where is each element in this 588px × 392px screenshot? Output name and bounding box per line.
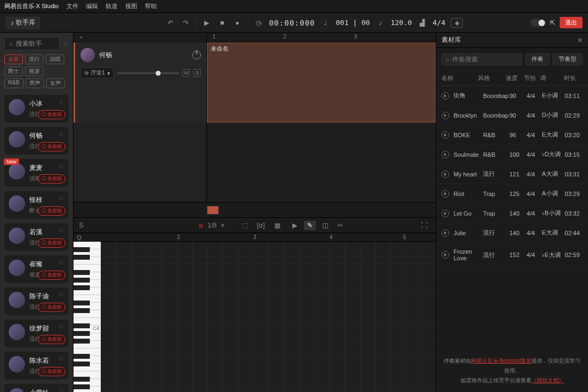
exit-button[interactable]: 退出 bbox=[560, 17, 583, 28]
preview-play-icon[interactable] bbox=[442, 92, 449, 100]
piano-black-key[interactable] bbox=[74, 278, 90, 283]
star-icon[interactable]: ☆ bbox=[58, 130, 64, 138]
record-icon[interactable]: ● bbox=[232, 18, 242, 28]
star-icon[interactable]: ☆ bbox=[58, 323, 64, 330]
preview-play-icon[interactable] bbox=[442, 251, 449, 259]
filter-tag[interactable]: R&B bbox=[4, 78, 23, 88]
library-row[interactable]: SoulmateR&B1004/4♭D大调03:15 bbox=[436, 145, 588, 164]
snap-chevron-icon[interactable]: ▾ bbox=[221, 222, 224, 229]
export-icon[interactable]: ⇱ bbox=[550, 19, 555, 27]
singer-card[interactable]: 崔璨摇滚 | 烟嗓☆ⓘ 免授权 bbox=[4, 255, 69, 283]
piano-black-key[interactable] bbox=[74, 331, 90, 336]
filter-tag[interactable]: 全部 bbox=[4, 54, 23, 64]
preview-play-icon[interactable] bbox=[442, 151, 449, 158]
magnet-icon[interactable]: ⧈ bbox=[199, 222, 203, 229]
minimap-clip[interactable] bbox=[207, 206, 219, 215]
library-search[interactable]: ⌕ 伴奏搜索 bbox=[442, 53, 522, 65]
singer-card[interactable]: 陈子渝流行 | 温暖☆ⓘ 免授权 bbox=[4, 287, 69, 315]
star-icon[interactable]: ☆ bbox=[58, 98, 64, 106]
expand-icon[interactable]: ⛶ bbox=[418, 220, 430, 230]
star-icon[interactable]: ☆ bbox=[58, 355, 64, 363]
minimap[interactable] bbox=[74, 202, 436, 217]
star-icon[interactable]: ☆ bbox=[58, 226, 64, 234]
preview-play-icon[interactable] bbox=[442, 210, 449, 217]
toggle-switch[interactable] bbox=[530, 19, 546, 27]
piano-black-key[interactable] bbox=[74, 285, 90, 290]
redo-icon[interactable]: ↷ bbox=[181, 18, 191, 28]
piano-keyboard[interactable]: Q C4 bbox=[74, 233, 101, 392]
piano-black-key[interactable] bbox=[74, 323, 90, 328]
erase-tool-icon[interactable]: ◫ bbox=[319, 220, 331, 230]
tool-select-icon[interactable]: ⬚ bbox=[238, 220, 250, 230]
filter-tag[interactable]: 女声 bbox=[46, 78, 65, 88]
tab-rhythm[interactable]: 节奏型 bbox=[553, 53, 583, 65]
preview-play-icon[interactable] bbox=[442, 170, 449, 178]
star-icon[interactable]: ☆ bbox=[58, 291, 64, 298]
track-lane[interactable]: 未命名 bbox=[207, 42, 436, 122]
preset-select[interactable]: ⟳ 厅堂1 ▾ bbox=[81, 68, 114, 78]
piano-black-key[interactable] bbox=[74, 270, 90, 275]
piano-black-key[interactable] bbox=[74, 377, 90, 382]
piano-black-key[interactable] bbox=[74, 301, 90, 305]
piano-black-key[interactable] bbox=[74, 384, 90, 389]
singer-card[interactable]: 徐梦甜流行 | 抒情☆ⓘ 免授权 bbox=[4, 320, 69, 347]
library-row[interactable]: BrooklynBoombap904/4D小调02:29 bbox=[436, 106, 588, 125]
star-icon[interactable]: ☆ bbox=[58, 194, 64, 202]
solo-button[interactable]: S bbox=[193, 69, 201, 77]
tab-accompaniment[interactable]: 伴奏 bbox=[525, 53, 549, 65]
volume-slider[interactable] bbox=[117, 72, 179, 74]
license-doc-link[interactable]: 《授权文档》 bbox=[531, 377, 564, 383]
library-row[interactable]: BOKER&B964/4E大调03:20 bbox=[436, 125, 588, 145]
singer-library-button[interactable]: ♪ 歌手库 bbox=[5, 17, 40, 29]
star-filter-icon[interactable]: ☆ bbox=[63, 40, 69, 47]
library-row[interactable]: Let GoTrap1404/4♭B小调03:32 bbox=[436, 204, 588, 223]
stop-icon[interactable]: ■ bbox=[217, 18, 227, 28]
singer-card[interactable]: 怪枝爵士 | 磁性☆ⓘ 免授权 bbox=[4, 191, 69, 219]
piano-black-key[interactable] bbox=[74, 354, 90, 359]
mute-button[interactable]: M bbox=[182, 69, 190, 77]
menu-help[interactable]: 帮助 bbox=[145, 2, 157, 10]
filter-tag[interactable]: 爵士 bbox=[4, 66, 23, 76]
play-tool-icon[interactable]: ▶ bbox=[289, 220, 301, 230]
play-icon[interactable]: ▶ bbox=[202, 18, 212, 28]
library-row[interactable]: Julie流行1404/4E大调02:44 bbox=[436, 223, 588, 243]
piano-black-key[interactable] bbox=[74, 255, 90, 260]
piano-black-key[interactable] bbox=[74, 362, 90, 366]
piano-black-key[interactable] bbox=[74, 308, 90, 313]
time-signature[interactable]: 4/4 bbox=[433, 19, 445, 27]
menu-edit[interactable]: 编辑 bbox=[86, 2, 98, 10]
preview-play-icon[interactable] bbox=[442, 229, 449, 237]
grid-ruler[interactable]: 2 3 4 5 bbox=[101, 233, 436, 242]
bars-beats[interactable]: 001 | 00 bbox=[336, 19, 370, 27]
piano-black-key[interactable] bbox=[74, 339, 90, 344]
tool-grid-icon[interactable]: ▦ bbox=[271, 220, 283, 230]
singer-card[interactable]: 若溪流行 | 文艺☆ⓘ 免授权 bbox=[4, 223, 69, 251]
library-row[interactable]: Frozen Love流行1524/4♭E大调02:59 bbox=[436, 243, 588, 267]
preview-play-icon[interactable] bbox=[442, 131, 449, 139]
filter-tag[interactable]: 说唱 bbox=[46, 54, 64, 64]
menu-track[interactable]: 轨道 bbox=[106, 2, 118, 10]
singer-card[interactable]: 小堂妹流行 | 甜美☆ⓘ 免授权 bbox=[4, 384, 69, 392]
singer-card[interactable]: 小冰流行 | 可爱☆ⓘ 免授权 bbox=[4, 95, 69, 122]
preview-play-icon[interactable] bbox=[442, 190, 449, 198]
menu-view[interactable]: 视图 bbox=[125, 2, 137, 10]
tool-text-icon[interactable]: [ɑ] bbox=[255, 220, 267, 230]
filter-tag[interactable]: 男声 bbox=[26, 78, 44, 88]
singer-card[interactable]: 麦麦说唱 | 中性☆ⓘ 免授权 bbox=[4, 159, 69, 187]
power-icon[interactable] bbox=[192, 51, 201, 59]
library-row[interactable]: RiotTrap1254/4A小调03:29 bbox=[436, 184, 588, 204]
singer-search[interactable]: ⌕ 搜索歌手 bbox=[4, 37, 59, 50]
loop-icon[interactable]: ◈ bbox=[451, 18, 463, 28]
star-icon[interactable]: ☆ bbox=[58, 387, 64, 392]
snap-value[interactable]: 1/8 bbox=[207, 222, 217, 229]
metronome-icon[interactable]: ▟ bbox=[418, 18, 427, 28]
track-header[interactable]: 何畅 ⟳ 厅堂1 ▾ M S bbox=[74, 42, 207, 122]
timeline-ruler[interactable]: 1 2 3 bbox=[207, 33, 436, 42]
library-row[interactable]: 街角Boombap904/4E小调03:11 bbox=[436, 86, 588, 106]
library-row[interactable]: My heart流行1214/4A大调03:31 bbox=[436, 164, 588, 184]
beatsoul-link[interactable]: 网易云音乐·Beatsoul激灵 bbox=[471, 358, 532, 364]
filter-tag[interactable]: 摇滚 bbox=[25, 66, 44, 76]
cut-tool-icon[interactable]: ✂ bbox=[334, 220, 346, 230]
filter-tag[interactable]: 流行 bbox=[25, 54, 44, 64]
add-track-icon[interactable]: + bbox=[79, 34, 83, 41]
